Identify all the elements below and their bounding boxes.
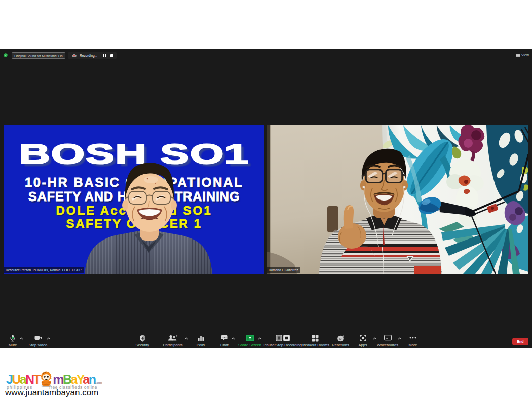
svg-text:2: 2 (176, 335, 177, 338)
